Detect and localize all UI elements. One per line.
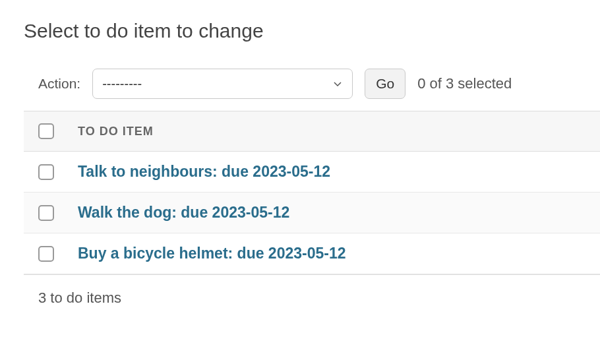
column-header-item[interactable]: TO DO ITEM bbox=[78, 111, 600, 152]
row-checkbox[interactable] bbox=[38, 205, 54, 221]
action-label: Action: bbox=[38, 76, 80, 92]
selection-count: 0 of 3 selected bbox=[417, 75, 512, 92]
row-checkbox[interactable] bbox=[38, 164, 54, 180]
table-row: Walk the dog: due 2023-05-12 bbox=[24, 193, 600, 233]
item-link[interactable]: Buy a bicycle helmet: due 2023-05-12 bbox=[78, 245, 346, 262]
table-row: Talk to neighbours: due 2023-05-12 bbox=[24, 152, 600, 193]
footer-count: 3 to do items bbox=[24, 274, 600, 307]
page-title: Select to do item to change bbox=[24, 20, 600, 42]
row-checkbox[interactable] bbox=[38, 246, 54, 262]
item-link[interactable]: Talk to neighbours: due 2023-05-12 bbox=[78, 163, 330, 180]
select-all-checkbox[interactable] bbox=[38, 123, 54, 139]
go-button[interactable]: Go bbox=[365, 69, 405, 99]
action-select[interactable]: --------- bbox=[92, 69, 353, 99]
changelist-table: TO DO ITEM Talk to neighbours: due 2023-… bbox=[24, 111, 600, 274]
changelist-header: TO DO ITEM bbox=[24, 111, 600, 152]
item-link[interactable]: Walk the dog: due 2023-05-12 bbox=[78, 204, 289, 221]
table-row: Buy a bicycle helmet: due 2023-05-12 bbox=[24, 233, 600, 274]
actions-bar: Action: --------- Go 0 of 3 selected bbox=[24, 69, 600, 99]
